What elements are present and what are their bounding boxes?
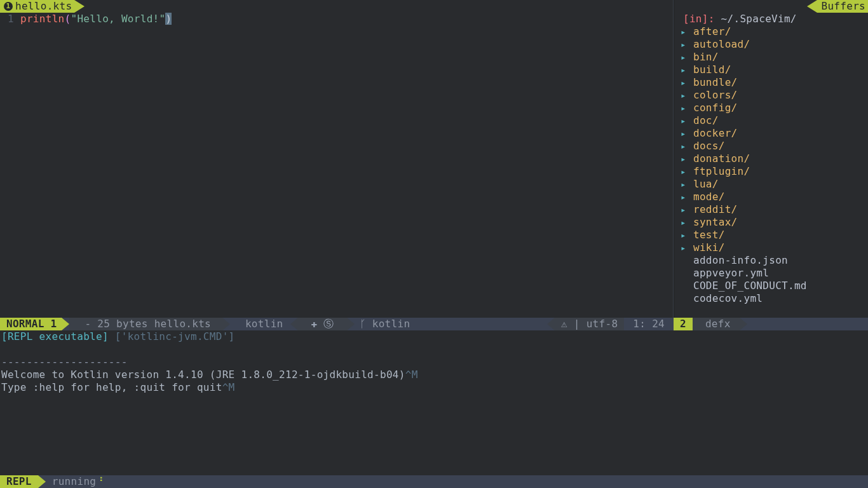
tree-dir[interactable]: ▸syntax/ [677, 216, 868, 229]
disclosure-triangle-icon: ▸ [681, 51, 688, 64]
editor-tab[interactable]: 1 hello.kts [0, 0, 74, 13]
tree-dir[interactable]: ▸docker/ [677, 127, 868, 140]
tree-dir[interactable]: ▸wiki/ [677, 241, 868, 254]
disclosure-triangle-icon: ▸ [681, 191, 688, 203]
dir-name: config/ [693, 102, 738, 114]
tree-dir[interactable]: ▸doc/ [677, 114, 868, 127]
dir-name: ftplugin/ [693, 165, 750, 178]
statusline-editor: NORMAL 1 - 25 bytes hello.kts kotlin ✚ Ⓢ… [0, 318, 674, 330]
cursor: ) [165, 13, 172, 25]
file-name: codecov.yml [693, 292, 763, 305]
tree-file[interactable]: ▸codecov.yml [677, 292, 868, 305]
disclosure-triangle-icon: ▸ [681, 38, 688, 51]
dir-name: reddit/ [693, 203, 738, 216]
code-line[interactable]: 1 println("Hello, World!") [0, 13, 673, 25]
repl-output-line: Type :help for help, :quit for quit^M [1, 381, 867, 394]
branch-segment: ᚴ kotlin [355, 318, 416, 330]
dir-name: colors/ [693, 89, 738, 102]
dir-name: lua/ [693, 178, 719, 191]
tree-dir[interactable]: ▸build/ [677, 64, 868, 76]
disclosure-triangle-icon: ▸ [681, 203, 688, 216]
tree-dir[interactable]: ▸ftplugin/ [677, 165, 868, 178]
tab-index-badge: 1 [4, 2, 13, 11]
tree-file[interactable]: ▸appveyor.yml [677, 267, 868, 280]
tree-window-index: 2 [674, 318, 693, 330]
dir-name: bin/ [693, 51, 719, 64]
tree-dir[interactable]: ▸docs/ [677, 140, 868, 152]
repl-header: [REPL executable] ['kotlinc-jvm.CMD'] [1, 330, 867, 343]
repl-output-line: Welcome to Kotlin version 1.4.10 (JRE 1.… [1, 369, 867, 381]
version-control-icons: ✚ Ⓢ [298, 318, 346, 330]
buffers-tab-label: Buffers [821, 0, 865, 13]
tree-dir[interactable]: ▸mode/ [677, 191, 868, 203]
file-tree[interactable]: [in]: ~/.SpaceVim/ ▸after/▸autoload/▸bin… [674, 13, 868, 318]
tree-file[interactable]: ▸CODE_OF_CONDUCT.md [677, 280, 868, 292]
repl-pane[interactable]: [REPL executable] ['kotlinc-jvm.CMD'] --… [0, 330, 868, 475]
code-text[interactable]: println("Hello, World!") [20, 13, 172, 25]
encoding-segment: ⚠ | utf-8 [555, 318, 624, 330]
code-area[interactable]: 1 println("Hello, World!") [0, 13, 673, 318]
tree-dir[interactable]: ▸bin/ [677, 51, 868, 64]
dir-name: doc/ [693, 114, 719, 127]
dir-name: autoload/ [693, 38, 750, 51]
disclosure-triangle-icon: ▸ [681, 89, 688, 102]
tree-dir[interactable]: ▸reddit/ [677, 203, 868, 216]
disclosure-triangle-icon: ▸ [681, 102, 688, 114]
dir-name: after/ [693, 25, 731, 38]
repl-divider: -------------------- [1, 356, 867, 369]
tree-dir[interactable]: ▸config/ [677, 102, 868, 114]
dir-name: wiki/ [693, 241, 725, 254]
tree-plugin-name: defx [693, 318, 740, 330]
disclosure-triangle-icon: ▸ [681, 25, 688, 38]
disclosure-triangle-icon: ▸ [681, 114, 688, 127]
cursor-position: 1: 24 [624, 318, 674, 330]
file-info: - 25 bytes hello.kts [69, 318, 222, 330]
branch-icon: ᚴ [360, 318, 366, 330]
filetype: kotlin [230, 318, 294, 330]
dir-name: build/ [693, 64, 731, 76]
statusline-tree: 2 defx [674, 318, 868, 330]
dir-name: syntax/ [693, 216, 738, 229]
tree-file[interactable]: ▸addon-info.json [677, 254, 868, 267]
file-name: CODE_OF_CONDUCT.md [693, 280, 807, 292]
tree-dir[interactable]: ▸autoload/ [677, 38, 868, 51]
disclosure-triangle-icon: ▸ [681, 165, 688, 178]
tree-tabbar: Buffers [674, 0, 868, 13]
tree-dir[interactable]: ▸bundle/ [677, 76, 868, 89]
tree-dir[interactable]: ▸after/ [677, 25, 868, 38]
mode-indicator: NORMAL 1 [0, 318, 62, 330]
disclosure-triangle-icon: ▸ [681, 178, 688, 191]
buffers-tab[interactable]: Buffers [817, 0, 868, 13]
tab-label: hello.kts [15, 0, 72, 13]
disclosure-triangle-icon: ▸ [681, 140, 688, 152]
tree-dir[interactable]: ▸test/ [677, 229, 868, 241]
lint-icon: ⚠ [561, 318, 567, 330]
disclosure-triangle-icon: ▸ [681, 76, 688, 89]
dir-name: test/ [693, 229, 725, 241]
disclosure-triangle-icon: ▸ [681, 241, 688, 254]
spinner-icon: ⠘ [96, 475, 104, 487]
repl-mode-indicator: REPL [0, 475, 38, 488]
disclosure-triangle-icon: ▸ [681, 64, 688, 76]
editor-pane[interactable]: 1 hello.kts 1 println("Hello, World!") [0, 0, 674, 318]
tree-root: [in]: ~/.SpaceVim/ [677, 13, 868, 25]
tree-dir[interactable]: ▸lua/ [677, 178, 868, 191]
tree-dir[interactable]: ▸donation/ [677, 152, 868, 165]
dir-name: donation/ [693, 152, 750, 165]
disclosure-triangle-icon: ▸ [681, 127, 688, 140]
disclosure-triangle-icon: ▸ [681, 229, 688, 241]
dir-name: docker/ [693, 127, 738, 140]
tree-dir[interactable]: ▸colors/ [677, 89, 868, 102]
file-tree-pane[interactable]: Buffers [in]: ~/.SpaceVim/ ▸after/▸autol… [674, 0, 868, 318]
disclosure-triangle-icon: ▸ [681, 152, 688, 165]
line-number: 1 [0, 13, 20, 25]
dir-name: bundle/ [693, 76, 738, 89]
statusline-repl: REPL running⠘ [0, 475, 868, 488]
file-name: addon-info.json [693, 254, 788, 267]
dir-name: docs/ [693, 140, 725, 152]
editor-tabbar: 1 hello.kts [0, 0, 673, 13]
disclosure-triangle-icon: ▸ [681, 216, 688, 229]
file-name: appveyor.yml [693, 267, 769, 280]
repl-state: running⠘ [38, 475, 104, 488]
dir-name: mode/ [693, 191, 725, 203]
